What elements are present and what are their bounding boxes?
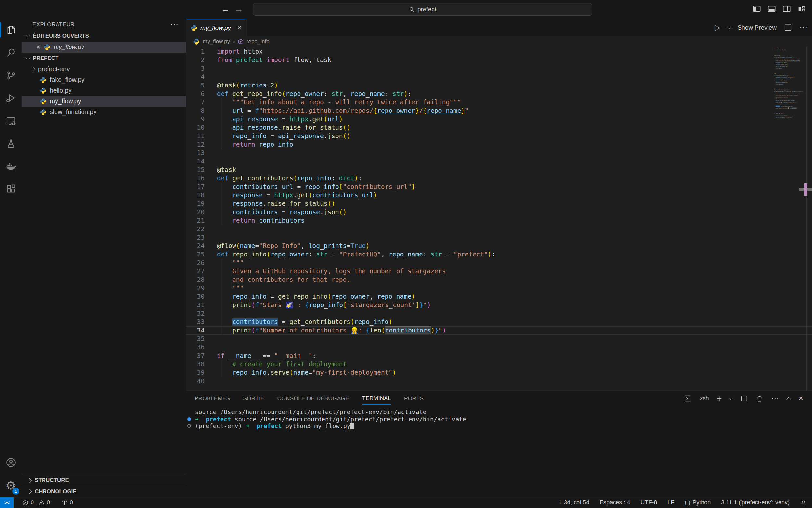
settings-button[interactable]: ⚙ 1 (0, 474, 22, 497)
code-line: 40 (186, 377, 812, 385)
python-interpreter[interactable]: 3.11.1 ('prefect-env': venv) (721, 499, 790, 506)
panel-more-actions-icon[interactable]: ⋯ (771, 394, 779, 403)
trash-icon[interactable] (756, 395, 763, 403)
tree-item-my-flow[interactable]: my_flow.py (22, 96, 186, 107)
terminal-dropdown-icon[interactable] (729, 396, 733, 400)
minimap[interactable]: import httpxfrom prefect import flow, ta… (774, 47, 805, 128)
python-icon (40, 87, 46, 94)
sidebar-item-remote-explorer[interactable] (0, 110, 22, 132)
command-center-search[interactable]: prefect (253, 3, 592, 15)
line-number: 12 (186, 140, 205, 149)
terminal-line: source /Users/henricourdent/git/prefect/… (186, 409, 812, 416)
tab-debug-console[interactable]: CONSOLE DE DÉBOGAGE (277, 392, 349, 405)
explorer-more-actions-icon[interactable]: ⋯ (171, 20, 179, 29)
sidebar-item-docker[interactable] (0, 155, 22, 178)
line-number: 16 (186, 174, 205, 183)
terminal-icon (684, 394, 692, 403)
breadcrumb-symbol[interactable]: repo_info (246, 38, 270, 45)
tab-my-flow[interactable]: my_flow.py ✕ (186, 18, 246, 36)
nav-back-button[interactable]: ← (220, 4, 231, 14)
code-line: 20 contributors = response.json() (186, 208, 812, 216)
nav-forward-button[interactable]: → (233, 4, 245, 14)
breadcrumb-file[interactable]: my_flow.py (203, 38, 230, 45)
section-structure[interactable]: STRUCTURE (22, 474, 186, 486)
sidebar-item-search[interactable] (0, 41, 22, 64)
split-editor-icon[interactable] (784, 24, 792, 32)
cursor-position[interactable]: L 34, col 54 (559, 499, 589, 506)
sidebar-item-extensions[interactable] (0, 178, 22, 201)
braces-icon: { } (685, 500, 690, 506)
toggle-secondary-sidebar-icon[interactable] (782, 4, 791, 13)
line-number: 32 (186, 309, 205, 318)
remote-indicator[interactable]: >< (0, 497, 14, 508)
account-button[interactable] (0, 451, 22, 474)
language-label: Python (692, 499, 711, 506)
code-line: 39 repo_info.serve(name="my-first-deploy… (186, 369, 812, 377)
bell-icon[interactable] (800, 499, 807, 506)
code-line: 28 and contributors for that repo. (186, 276, 812, 284)
tab-ports[interactable]: PORTS (404, 392, 424, 405)
code-line: 31 print(f"Stars 🌠 : {repo_info['stargaz… (186, 301, 812, 309)
tree-item-hello[interactable]: hello.py (22, 85, 186, 96)
customize-layout-icon[interactable] (797, 4, 806, 13)
shell-label[interactable]: zsh (700, 395, 709, 402)
new-terminal-button[interactable]: + (717, 393, 722, 404)
code-editor[interactable]: 1import httpx2from prefect import flow, … (186, 46, 812, 391)
indentation-status[interactable]: Espaces : 4 (600, 499, 630, 506)
sidebar-item-explorer[interactable] (0, 18, 22, 41)
python-icon (191, 25, 197, 31)
terminal-output[interactable]: source /Users/henricourdent/git/prefect/… (186, 406, 812, 430)
tree-item-prefect-env[interactable]: prefect-env (22, 64, 186, 75)
tab-problems[interactable]: PROBLÈMES (195, 392, 230, 405)
toggle-sidebar-icon[interactable] (752, 4, 761, 13)
tree-item-slow-function[interactable]: slow_function.py (22, 107, 186, 117)
toggle-panel-icon[interactable] (767, 4, 776, 13)
line-number: 15 (186, 166, 205, 174)
language-mode[interactable]: { } Python (685, 499, 711, 506)
open-editor-my-flow[interactable]: ✕ my_flow.py (22, 42, 186, 53)
tab-output[interactable]: SORTIE (243, 392, 264, 405)
ports-status[interactable]: 0 (61, 499, 73, 506)
line-number: 20 (186, 208, 205, 216)
code-line: 35 (186, 335, 812, 343)
code-line: 14 (186, 157, 812, 166)
code-line: 9 api_response = httpx.get(url) (186, 115, 812, 124)
line-number: 39 (186, 369, 205, 377)
encoding-status[interactable]: UTF-8 (640, 499, 657, 506)
section-label: STRUCTURE (35, 477, 69, 483)
close-icon[interactable]: ✕ (36, 44, 41, 51)
sidebar-item-run-debug[interactable] (0, 87, 22, 110)
section-timeline[interactable]: CHRONOLOGIE (22, 486, 186, 497)
run-button[interactable]: ▷ (715, 23, 720, 32)
settings-badge: 1 (12, 488, 19, 495)
sidebar-item-testing[interactable] (0, 132, 22, 155)
line-number: 40 (186, 377, 205, 385)
section-project-prefect[interactable]: PREFECT (22, 53, 186, 64)
sidebar-item-source-control[interactable] (0, 64, 22, 87)
eol-status[interactable]: LF (667, 499, 674, 506)
close-panel-icon[interactable]: ✕ (798, 394, 804, 403)
close-icon[interactable]: ✕ (237, 25, 242, 31)
line-number: 33 (186, 318, 205, 326)
problems-status[interactable]: 0 0 (22, 499, 50, 506)
tab-terminal[interactable]: TERMINAL (362, 392, 391, 405)
terminal-line: ➜ prefect source /Users/henricourdent/gi… (186, 416, 812, 423)
tree-item-label: prefect-env (38, 65, 70, 73)
tree-item-fake-flow[interactable]: fake_flow.py (22, 75, 186, 85)
show-preview-button[interactable]: Show Preview (737, 24, 777, 31)
maximize-panel-icon[interactable] (786, 397, 791, 401)
code-line: 11 repo_info = api_response.json() (186, 132, 812, 140)
symbol-method-icon (238, 39, 244, 45)
code-line: 34 print(f"Number of contributors 👷: {le… (186, 326, 812, 335)
section-open-editors[interactable]: ÉDITEURS OUVERTS (22, 31, 186, 42)
run-dropdown-icon[interactable] (727, 25, 731, 29)
tree-item-label: slow_function.py (50, 108, 96, 116)
explorer-sidebar: EXPLORATEUR ⋯ ÉDITEURS OUVERTS ✕ my_flow… (22, 18, 186, 497)
line-number: 25 (186, 250, 205, 259)
tab-label: my_flow.py (200, 25, 231, 32)
editor-more-actions-icon[interactable]: ⋯ (799, 23, 807, 32)
testing-flask-icon (6, 138, 16, 149)
split-terminal-icon[interactable] (740, 394, 748, 403)
line-number: 4 (186, 73, 205, 81)
line-number: 19 (186, 200, 205, 208)
